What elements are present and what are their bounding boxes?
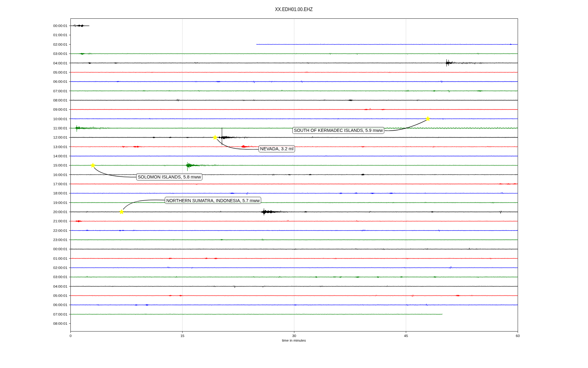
svg-text:14:00:01: 14:00:01	[53, 154, 67, 158]
svg-text:01:00:01: 01:00:01	[53, 33, 67, 37]
svg-text:18:00:01: 18:00:01	[53, 191, 67, 195]
svg-text:03:00:01: 03:00:01	[53, 52, 67, 56]
svg-text:15: 15	[180, 334, 184, 338]
svg-text:07:00:01: 07:00:01	[53, 312, 67, 316]
svg-text:NEVADA, 3.2 ml: NEVADA, 3.2 ml	[260, 146, 293, 151]
svg-text:02:00:01: 02:00:01	[53, 42, 67, 46]
svg-text:08:00:01: 08:00:01	[53, 98, 67, 102]
svg-text:21:00:01: 21:00:01	[53, 219, 67, 223]
svg-text:05:00:01: 05:00:01	[53, 70, 67, 74]
svg-text:time in minutes: time in minutes	[282, 338, 306, 342]
svg-text:15:00:01: 15:00:01	[53, 163, 67, 167]
svg-text:00:00:01: 00:00:01	[53, 24, 67, 28]
svg-text:13:00:01: 13:00:01	[53, 145, 67, 149]
svg-text:04:00:01: 04:00:01	[53, 284, 67, 288]
svg-text:0: 0	[70, 334, 71, 338]
svg-text:45: 45	[404, 334, 408, 338]
svg-text:20:00:01: 20:00:01	[53, 210, 67, 214]
svg-text:04:00:01: 04:00:01	[53, 61, 67, 65]
svg-text:08:00:01: 08:00:01	[53, 321, 67, 325]
svg-text:23:00:01: 23:00:01	[53, 238, 67, 242]
svg-text:SOLOMON ISLANDS, 5.8 mww: SOLOMON ISLANDS, 5.8 mww	[138, 174, 201, 179]
svg-text:10:00:01: 10:00:01	[53, 117, 67, 121]
svg-text:09:00:01: 09:00:01	[53, 107, 67, 111]
svg-text:06:00:01: 06:00:01	[53, 79, 67, 83]
svg-text:00:00:01: 00:00:01	[53, 247, 67, 251]
svg-text:XX.EDH01.00.EHZ: XX.EDH01.00.EHZ	[275, 6, 313, 12]
svg-text:19:00:01: 19:00:01	[53, 201, 67, 205]
svg-text:12:00:01: 12:00:01	[53, 135, 67, 139]
svg-text:17:00:01: 17:00:01	[53, 182, 67, 186]
svg-text:SOUTH OF KERMADEC ISLANDS, 5.9: SOUTH OF KERMADEC ISLANDS, 5.9 mww	[294, 128, 383, 133]
svg-text:07:00:01: 07:00:01	[53, 89, 67, 93]
svg-text:02:00:01: 02:00:01	[53, 266, 67, 270]
svg-text:NORTHERN SUMATRA, INDONESIA, 5: NORTHERN SUMATRA, INDONESIA, 5.7 mww	[166, 198, 260, 203]
svg-text:03:00:01: 03:00:01	[53, 275, 67, 279]
svg-text:01:00:01: 01:00:01	[53, 256, 67, 260]
svg-text:16:00:01: 16:00:01	[53, 173, 67, 177]
svg-text:22:00:01: 22:00:01	[53, 228, 67, 232]
svg-text:06:00:01: 06:00:01	[53, 303, 67, 307]
svg-text:30: 30	[292, 334, 296, 338]
svg-text:05:00:01: 05:00:01	[53, 293, 67, 297]
svg-text:60: 60	[516, 334, 520, 338]
svg-text:11:00:01: 11:00:01	[53, 126, 67, 130]
